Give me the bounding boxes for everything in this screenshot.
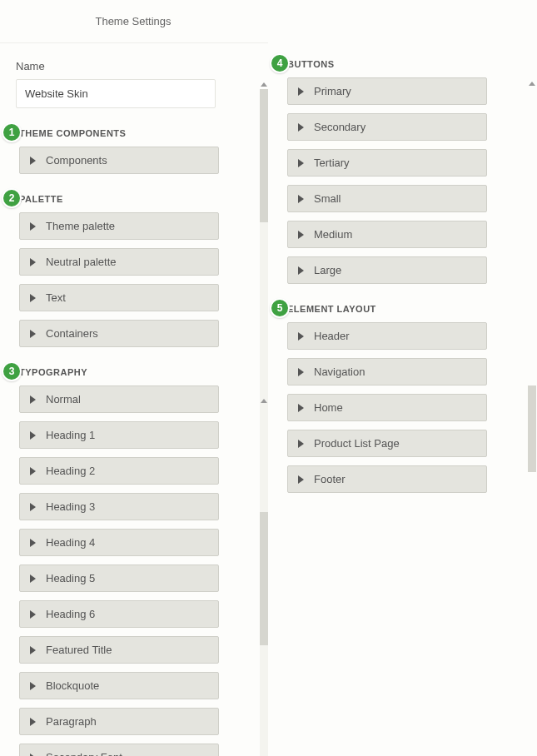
accordion-label: Heading 6: [46, 608, 95, 620]
accordion-label: Secondary: [314, 121, 365, 133]
accordion-heading-2[interactable]: Heading 2: [19, 457, 219, 485]
chevron-right-icon: [298, 266, 304, 275]
accordion-label: Normal: [46, 393, 81, 405]
accordion-secondary-font[interactable]: Secondary Font: [19, 744, 219, 756]
accordion-neutral-palette[interactable]: Neutral palette: [19, 248, 219, 276]
accordion-label: Theme palette: [46, 220, 115, 232]
accordion-label: Product List Page: [314, 437, 400, 450]
accordion-header[interactable]: Header: [287, 322, 487, 350]
chevron-right-icon: [30, 503, 36, 511]
chevron-right-icon: [298, 440, 304, 448]
step-badge-3: 3: [2, 361, 22, 381]
accordion-label: Components: [46, 154, 107, 167]
scrollbar-track: [260, 645, 268, 756]
accordion-primary[interactable]: Primary: [287, 77, 487, 105]
chevron-right-icon: [298, 368, 304, 376]
chevron-right-icon: [30, 646, 36, 654]
accordion-blockquote[interactable]: Blockquote: [19, 672, 219, 699]
accordion-heading-1[interactable]: Heading 1: [19, 421, 219, 449]
right-panel: 4 BUTTONS Primary Secondary Tertiary Sma…: [268, 42, 536, 756]
chevron-right-icon: [30, 539, 36, 547]
step-badge-4: 4: [270, 53, 290, 73]
accordion-label: Featured Title: [46, 644, 112, 656]
accordion-components[interactable]: Components: [19, 147, 219, 174]
chevron-right-icon: [298, 87, 304, 96]
accordion-label: Secondary Font: [46, 751, 122, 756]
chevron-right-icon: [298, 404, 304, 412]
chevron-right-icon: [298, 332, 304, 341]
name-input[interactable]: [16, 79, 216, 108]
accordion-label: Footer: [314, 473, 346, 485]
accordion-tertiary[interactable]: Tertiary: [287, 149, 487, 177]
chevron-right-icon: [30, 222, 36, 231]
chevron-right-icon: [30, 258, 36, 266]
accordion-label: Heading 3: [46, 500, 95, 513]
accordion-label: Small: [314, 192, 341, 205]
step-badge-2: 2: [2, 188, 22, 208]
accordion-large[interactable]: Large: [287, 256, 487, 284]
chevron-right-icon: [30, 574, 36, 583]
left-panel: Name 1 THEME COMPONENTS Components 2 PAL…: [0, 42, 268, 756]
name-label: Name: [16, 60, 256, 72]
chevron-right-icon: [30, 754, 36, 757]
chevron-right-icon: [30, 467, 36, 475]
chevron-right-icon: [298, 123, 304, 132]
accordion-normal[interactable]: Normal: [19, 385, 219, 413]
scrollbar-thumb[interactable]: [260, 89, 268, 222]
accordion-containers[interactable]: Containers: [19, 320, 219, 347]
scroll-up-icon[interactable]: [260, 80, 268, 88]
accordion-navigation[interactable]: Navigation: [287, 358, 487, 385]
accordion-secondary[interactable]: Secondary: [287, 113, 487, 141]
accordion-label: Heading 5: [46, 572, 95, 584]
accordion-label: Navigation: [314, 366, 365, 378]
chevron-right-icon: [30, 682, 36, 690]
accordion-label: Heading 4: [46, 536, 95, 549]
step-badge-5: 5: [270, 298, 290, 318]
step-badge-1: 1: [2, 122, 22, 142]
accordion-heading-4[interactable]: Heading 4: [19, 529, 219, 556]
section-heading-theme-components: THEME COMPONENTS: [19, 123, 256, 147]
chevron-right-icon: [298, 231, 304, 239]
accordion-label: Text: [46, 291, 66, 304]
accordion-footer[interactable]: Footer: [287, 465, 487, 493]
accordion-small[interactable]: Small: [287, 185, 487, 212]
chevron-right-icon: [30, 294, 36, 302]
section-typography: 3 TYPOGRAPHY Normal Heading 1 Heading 2 …: [19, 362, 256, 756]
accordion-home[interactable]: Home: [287, 394, 487, 421]
accordion-label: Header: [314, 330, 350, 342]
page-title: Theme Settings: [0, 0, 266, 42]
accordion-medium[interactable]: Medium: [287, 221, 487, 248]
section-heading-palette: PALETTE: [19, 189, 256, 212]
accordion-label: Large: [314, 264, 341, 276]
accordion-label: Tertiary: [314, 157, 350, 169]
accordion-label: Primary: [314, 85, 351, 97]
accordion-heading-3[interactable]: Heading 3: [19, 493, 219, 520]
section-heading-element-layout: ELEMENT LAYOUT: [287, 299, 524, 322]
chevron-right-icon: [298, 159, 304, 167]
section-heading-typography: TYPOGRAPHY: [19, 362, 256, 385]
scroll-up-icon[interactable]: [528, 79, 536, 87]
accordion-label: Heading 1: [46, 429, 95, 441]
accordion-label: Containers: [46, 327, 98, 340]
accordion-label: Paragraph: [46, 715, 97, 728]
accordion-featured-title[interactable]: Featured Title: [19, 636, 219, 664]
scroll-up-icon[interactable]: [260, 396, 268, 405]
section-theme-components: 1 THEME COMPONENTS Components: [19, 123, 256, 174]
section-heading-buttons: BUTTONS: [287, 54, 524, 77]
accordion-theme-palette[interactable]: Theme palette: [19, 212, 219, 240]
scrollbar-thumb[interactable]: [528, 385, 536, 472]
accordion-label: Neutral palette: [46, 256, 117, 268]
chevron-right-icon: [30, 157, 36, 165]
accordion-paragraph[interactable]: Paragraph: [19, 708, 219, 735]
chevron-right-icon: [30, 330, 36, 338]
accordion-label: Home: [314, 401, 343, 414]
accordion-heading-6[interactable]: Heading 6: [19, 600, 219, 628]
chevron-right-icon: [30, 718, 36, 726]
chevron-right-icon: [30, 610, 36, 619]
chevron-right-icon: [298, 195, 304, 203]
accordion-text[interactable]: Text: [19, 284, 219, 311]
accordion-product-list-page[interactable]: Product List Page: [287, 430, 487, 457]
scrollbar-thumb[interactable]: [260, 512, 268, 645]
accordion-heading-5[interactable]: Heading 5: [19, 565, 219, 592]
section-element-layout: 5 ELEMENT LAYOUT Header Navigation Home …: [287, 299, 524, 493]
